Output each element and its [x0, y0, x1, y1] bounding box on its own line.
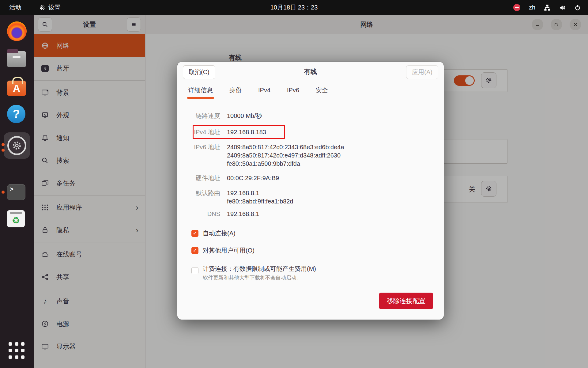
- checkbox-unchecked-icon[interactable]: [191, 267, 198, 274]
- running-dot: [2, 191, 5, 194]
- checkbox-label: 计费连接：有数据限制或可能产生费用(M): [203, 265, 316, 272]
- detail-label: 默认路由: [188, 189, 220, 206]
- remove-connection-button[interactable]: 移除连接配置: [379, 293, 433, 309]
- files-icon: [7, 51, 26, 67]
- detail-label: IPv6 地址: [188, 143, 220, 168]
- checkbox-checked-icon[interactable]: ✓: [191, 230, 198, 237]
- tab-identity[interactable]: 身份: [228, 82, 243, 99]
- do-not-disturb-icon: [513, 4, 520, 11]
- detail-row-hardware: 硬件地址 00:0C:29:2F:9A:B9: [188, 174, 433, 182]
- firefox-launcher[interactable]: [7, 21, 27, 41]
- detail-value: 10000 Mb/秒: [227, 112, 262, 120]
- detail-value: 2409:8a50:817:42c0:e497:d348:adff:2630: [227, 151, 344, 160]
- ubuntu-software-icon: A: [7, 81, 26, 96]
- volume-icon: [559, 4, 566, 11]
- system-tray[interactable]: zh: [513, 0, 588, 15]
- trash-icon: ♻: [7, 210, 25, 227]
- dialog-body: 链路速度 10000 Mb/秒 IPv4 地址 192.168.8.183 IP…: [177, 99, 444, 320]
- tab-details[interactable]: 详细信息: [187, 82, 214, 99]
- detail-row-link-speed: 链路速度 10000 Mb/秒: [188, 112, 433, 120]
- power-icon: [575, 5, 581, 11]
- tab-security[interactable]: 安全: [315, 82, 329, 99]
- apply-button[interactable]: 应用(A): [406, 65, 438, 79]
- detail-value: 2409:8a50:817:42c0:2343:68e3:ed6b:de4a: [227, 143, 344, 151]
- dialog-tabs: 详细信息 身份 IPv4 IPv6 安全: [177, 82, 444, 99]
- ubuntu-software-launcher[interactable]: A: [7, 77, 27, 97]
- help-icon: ?: [7, 105, 25, 123]
- wired-details-dialog: 取消(C) 有线 应用(A) 详细信息 身份 IPv4 IPv6 安全 链路速度…: [177, 62, 444, 320]
- autoconnect-checkbox-row[interactable]: ✓ 自动连接(A): [191, 229, 433, 237]
- checkbox-checked-icon[interactable]: ✓: [191, 247, 198, 254]
- dialog-header: 取消(C) 有线 应用(A): [177, 62, 444, 82]
- checkbox-label: 自动连接(A): [203, 229, 236, 237]
- help-launcher[interactable]: ?: [7, 105, 27, 124]
- detail-value: 192.168.8.183: [227, 128, 266, 136]
- checkbox-label: 对其他用户可用(O): [203, 246, 254, 254]
- detail-label: 硬件地址: [188, 174, 220, 182]
- trash-launcher[interactable]: ♻: [7, 209, 27, 229]
- clock[interactable]: 10月18日 23：23: [0, 3, 588, 12]
- metered-checkbox-row[interactable]: 计费连接：有数据限制或可能产生费用(M) 软件更新和其他大型下载将不会自动启动。: [191, 265, 433, 281]
- detail-row-ipv6: IPv6 地址 2409:8a50:817:42c0:2343:68e3:ed6…: [188, 143, 433, 168]
- wired-network-icon: [544, 4, 551, 11]
- tab-ipv4[interactable]: IPv4: [257, 82, 272, 99]
- show-apps-button[interactable]: [9, 342, 25, 359]
- detail-value: fe80::50a1:a500:9bb7:dfda: [227, 160, 344, 168]
- dialog-title: 有线: [177, 62, 444, 82]
- detail-label: DNS: [188, 210, 220, 218]
- detail-value: fe80::8abd:9ff:fea1:b82d: [227, 197, 293, 206]
- detail-value: 192.168.8.1: [227, 189, 293, 197]
- dock: A ? >_ ♻: [0, 15, 34, 368]
- detail-label: IPv4 地址: [188, 128, 220, 136]
- dock-separator: [8, 129, 26, 129]
- desktop: 活动 设置 10月18日 23：23 zh: [0, 0, 588, 368]
- checkbox-sublabel: 软件更新和其他大型下载将不会自动启动。: [203, 274, 316, 281]
- detail-label: 链路速度: [188, 112, 220, 120]
- settings-gear-icon: [7, 136, 26, 155]
- settings-launcher-active[interactable]: [4, 132, 30, 159]
- detail-value: 192.168.8.1: [227, 210, 259, 218]
- terminal-icon: >_: [7, 184, 25, 200]
- detail-value: 00:0C:29:2F:9A:B9: [227, 174, 279, 182]
- available-to-others-checkbox-row[interactable]: ✓ 对其他用户可用(O): [191, 246, 433, 254]
- files-launcher[interactable]: [7, 49, 27, 69]
- detail-row-default-route: 默认路由 192.168.8.1 fe80::8abd:9ff:fea1:b82…: [188, 189, 433, 206]
- detail-row-ipv4: IPv4 地址 192.168.8.183: [188, 128, 433, 136]
- firefox-icon: [7, 21, 27, 41]
- tab-ipv6[interactable]: IPv6: [286, 82, 300, 99]
- top-bar: 活动 设置 10月18日 23：23 zh: [0, 0, 588, 15]
- input-method-indicator[interactable]: zh: [529, 4, 535, 11]
- detail-row-dns: DNS 192.168.8.1: [188, 210, 433, 218]
- terminal-launcher[interactable]: >_: [7, 182, 27, 202]
